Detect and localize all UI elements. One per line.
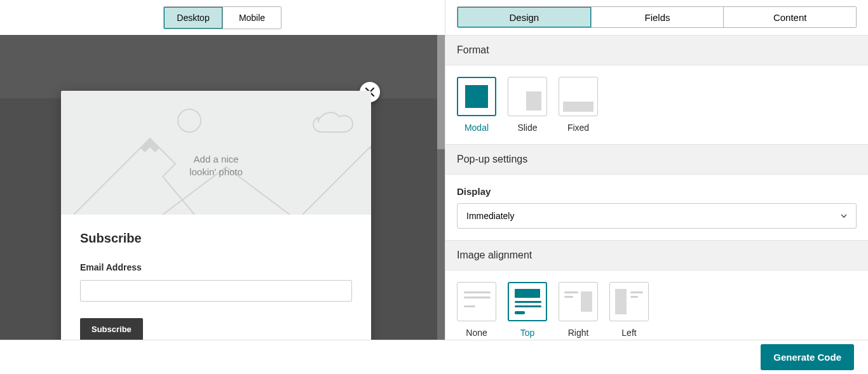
align-right-label: Right: [568, 328, 589, 338]
format-slide-label: Slide: [517, 123, 537, 133]
align-top-icon: [508, 282, 547, 321]
tab-fields[interactable]: Fields: [591, 7, 724, 27]
settings-scroll[interactable]: Format Modal Slide Fixed: [445, 35, 868, 340]
display-select-value: Immediately: [466, 211, 514, 221]
section-format-header: Format: [445, 35, 868, 65]
slide-icon: [508, 77, 547, 116]
display-select[interactable]: Immediately: [457, 203, 857, 229]
align-top-label: Top: [520, 328, 535, 338]
align-left-label: Left: [621, 328, 636, 338]
preview-scrollbar[interactable]: [437, 35, 445, 340]
alignment-options: None Top Right Left: [457, 282, 857, 338]
preview-scrollbar-thumb[interactable]: [437, 35, 445, 149]
align-none-icon: [457, 282, 496, 321]
image-hint-line1: Add a nice: [194, 154, 239, 164]
alignment-option-left[interactable]: Left: [609, 282, 649, 338]
format-options: Modal Slide Fixed: [457, 77, 857, 133]
image-hint-line2: lookin' photo: [189, 166, 243, 177]
popup-form: Subscribe Email Address Subscribe: [61, 215, 371, 340]
format-fixed-label: Fixed: [567, 123, 589, 133]
chevron-down-icon: [841, 213, 847, 219]
svg-point-0: [178, 109, 201, 132]
align-right-icon: [559, 282, 598, 321]
section-popup-settings-header: Pop-up settings: [445, 144, 868, 175]
align-none-label: None: [466, 328, 487, 338]
tab-content[interactable]: Content: [723, 7, 856, 27]
tab-design[interactable]: Design: [458, 7, 591, 27]
alignment-option-none[interactable]: None: [457, 282, 496, 338]
image-drop-hint: Add a nice lookin' photo: [189, 153, 243, 178]
display-label: Display: [457, 186, 857, 197]
preview-area: Add a nice lookin' photo Subscribe Email…: [0, 35, 445, 340]
modal-icon: [457, 77, 496, 116]
panel-tabs: Design Fields Content: [457, 6, 857, 28]
view-tab-bar: Desktop Mobile: [0, 0, 445, 35]
format-option-modal[interactable]: Modal: [457, 77, 496, 133]
format-option-slide[interactable]: Slide: [508, 77, 547, 133]
view-tabs: Desktop Mobile: [163, 6, 281, 29]
tab-desktop[interactable]: Desktop: [164, 7, 222, 29]
alignment-option-right[interactable]: Right: [559, 282, 598, 338]
subscribe-button[interactable]: Subscribe: [80, 318, 143, 340]
email-label: Email Address: [80, 262, 352, 272]
generate-code-button[interactable]: Generate Code: [761, 344, 854, 370]
format-modal-label: Modal: [465, 123, 489, 133]
fixed-icon: [559, 77, 598, 116]
format-option-fixed[interactable]: Fixed: [559, 77, 598, 133]
popup-title: Subscribe: [80, 231, 352, 246]
email-field[interactable]: [80, 280, 352, 302]
image-drop-zone[interactable]: Add a nice lookin' photo: [61, 91, 371, 215]
alignment-option-top[interactable]: Top: [508, 282, 547, 338]
tab-mobile[interactable]: Mobile: [222, 7, 281, 29]
align-left-icon: [609, 282, 649, 321]
popup-preview: Add a nice lookin' photo Subscribe Email…: [61, 91, 371, 340]
section-image-alignment-header: Image alignment: [445, 240, 868, 270]
footer-bar: Generate Code: [0, 340, 868, 374]
